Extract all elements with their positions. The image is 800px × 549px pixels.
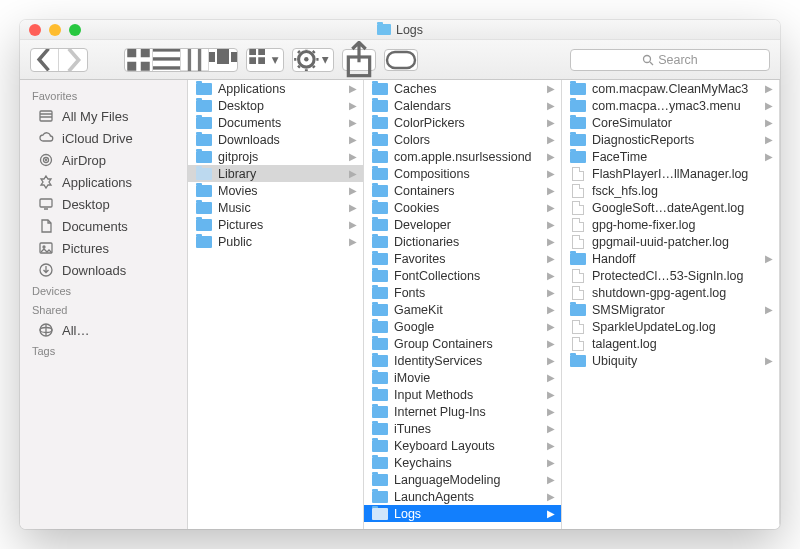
coverflow-view-button[interactable] — [209, 49, 237, 71]
search-field[interactable]: Search — [570, 49, 770, 71]
item-label: gitprojs — [218, 150, 341, 164]
action-button[interactable] — [293, 49, 333, 71]
file-item[interactable]: GoogleSoft…dateAgent.log — [562, 199, 779, 216]
sidebar-item-pictures[interactable]: Pictures — [20, 237, 187, 259]
folder-item[interactable]: LanguageModeling▶ — [364, 471, 561, 488]
sidebar-item-all-my-files[interactable]: All My Files — [20, 105, 187, 127]
folder-item[interactable]: DiagnosticReports▶ — [562, 131, 779, 148]
folder-item[interactable]: Dictionaries▶ — [364, 233, 561, 250]
folder-item[interactable]: FaceTime▶ — [562, 148, 779, 165]
folder-item[interactable]: com.macpaw.CleanMyMac3▶ — [562, 80, 779, 97]
folder-item[interactable]: Movies▶ — [188, 182, 363, 199]
close-button[interactable] — [29, 24, 41, 36]
sidebar-item-airdrop[interactable]: AirDrop — [20, 149, 187, 171]
chevron-right-icon: ▶ — [349, 100, 357, 111]
item-label: com.macpaw.CleanMyMac3 — [592, 82, 757, 96]
folder-item[interactable]: ColorPickers▶ — [364, 114, 561, 131]
file-item[interactable]: SparkleUpdateLog.log — [562, 318, 779, 335]
svg-rect-15 — [249, 57, 256, 64]
chevron-right-icon: ▶ — [547, 508, 555, 519]
folder-item[interactable]: com.apple.nsurlsessiond▶ — [364, 148, 561, 165]
folder-icon — [372, 83, 388, 95]
folder-item[interactable]: Developer▶ — [364, 216, 561, 233]
folder-item[interactable]: Pictures▶ — [188, 216, 363, 233]
sidebar-item-label: Pictures — [62, 241, 109, 256]
forward-button[interactable] — [59, 49, 87, 71]
folder-item[interactable]: Google▶ — [364, 318, 561, 335]
toolbar: Search — [20, 40, 780, 80]
svg-rect-23 — [40, 111, 52, 121]
chevron-right-icon: ▶ — [765, 355, 773, 366]
item-label: Public — [218, 235, 341, 249]
folder-item[interactable]: Cookies▶ — [364, 199, 561, 216]
sidebar-item-all-[interactable]: All… — [20, 319, 187, 341]
chevron-right-icon: ▶ — [547, 423, 555, 434]
folder-item[interactable]: Ubiquity▶ — [562, 352, 779, 369]
svg-rect-0 — [127, 48, 136, 57]
folder-item[interactable]: Keychains▶ — [364, 454, 561, 471]
back-button[interactable] — [31, 49, 59, 71]
file-item[interactable]: talagent.log — [562, 335, 779, 352]
arrange-button[interactable] — [247, 49, 283, 71]
folder-item[interactable]: Fonts▶ — [364, 284, 561, 301]
file-item[interactable]: gpg-home-fixer.log — [562, 216, 779, 233]
folder-item[interactable]: IdentityServices▶ — [364, 352, 561, 369]
folder-item[interactable]: gitprojs▶ — [188, 148, 363, 165]
folder-item[interactable]: Public▶ — [188, 233, 363, 250]
folder-icon — [372, 219, 388, 231]
search-placeholder: Search — [658, 53, 698, 67]
folder-item[interactable]: LaunchAgents▶ — [364, 488, 561, 505]
chevron-right-icon: ▶ — [547, 253, 555, 264]
document-icon — [572, 320, 584, 334]
sidebar-item-downloads[interactable]: Downloads — [20, 259, 187, 281]
icon-view-button[interactable] — [125, 49, 153, 71]
file-item[interactable]: fsck_hfs.log — [562, 182, 779, 199]
folder-item[interactable]: SMSMigrator▶ — [562, 301, 779, 318]
list-view-button[interactable] — [153, 49, 181, 71]
folder-item[interactable]: Desktop▶ — [188, 97, 363, 114]
folder-item[interactable]: com.macpa…ymac3.menu▶ — [562, 97, 779, 114]
minimize-button[interactable] — [49, 24, 61, 36]
folder-item[interactable]: CoreSimulator▶ — [562, 114, 779, 131]
zoom-button[interactable] — [69, 24, 81, 36]
sidebar-item-desktop[interactable]: Desktop — [20, 193, 187, 215]
folder-item[interactable]: iTunes▶ — [364, 420, 561, 437]
item-label: iTunes — [394, 422, 539, 436]
folder-item[interactable]: FontCollections▶ — [364, 267, 561, 284]
folder-icon — [196, 219, 212, 231]
folder-item[interactable]: Calendars▶ — [364, 97, 561, 114]
folder-item[interactable]: Input Methods▶ — [364, 386, 561, 403]
item-label: Favorites — [394, 252, 539, 266]
tags-button[interactable] — [384, 49, 418, 71]
sidebar-item-applications[interactable]: Applications — [20, 171, 187, 193]
sidebar-item-documents[interactable]: Documents — [20, 215, 187, 237]
folder-item[interactable]: Handoff▶ — [562, 250, 779, 267]
sidebar-item-icloud-drive[interactable]: iCloud Drive — [20, 127, 187, 149]
folder-icon — [372, 457, 388, 469]
folder-item[interactable]: Applications▶ — [188, 80, 363, 97]
chevron-right-icon: ▶ — [547, 474, 555, 485]
column-view-button[interactable] — [181, 49, 209, 71]
folder-item[interactable]: Keyboard Layouts▶ — [364, 437, 561, 454]
folder-item[interactable]: Favorites▶ — [364, 250, 561, 267]
folder-item[interactable]: Containers▶ — [364, 182, 561, 199]
file-item[interactable]: shutdown-gpg-agent.log — [562, 284, 779, 301]
folder-item[interactable]: Logs▶ — [364, 505, 561, 522]
sidebar-section-header: Devices — [20, 281, 187, 300]
folder-item[interactable]: iMovie▶ — [364, 369, 561, 386]
folder-item[interactable]: GameKit▶ — [364, 301, 561, 318]
folder-item[interactable]: Documents▶ — [188, 114, 363, 131]
folder-item[interactable]: Internet Plug-Ins▶ — [364, 403, 561, 420]
file-item[interactable]: FlashPlayerI…llManager.log — [562, 165, 779, 182]
file-item[interactable]: gpgmail-uuid-patcher.log — [562, 233, 779, 250]
folder-item[interactable]: Group Containers▶ — [364, 335, 561, 352]
folder-item[interactable]: Colors▶ — [364, 131, 561, 148]
file-item[interactable]: ProtectedCl…53-SignIn.log — [562, 267, 779, 284]
folder-item[interactable]: Caches▶ — [364, 80, 561, 97]
svg-rect-2 — [127, 62, 136, 71]
folder-item[interactable]: Library▶ — [188, 165, 363, 182]
folder-item[interactable]: Compositions▶ — [364, 165, 561, 182]
folder-item[interactable]: Music▶ — [188, 199, 363, 216]
folder-item[interactable]: Downloads▶ — [188, 131, 363, 148]
share-button[interactable] — [342, 49, 376, 71]
